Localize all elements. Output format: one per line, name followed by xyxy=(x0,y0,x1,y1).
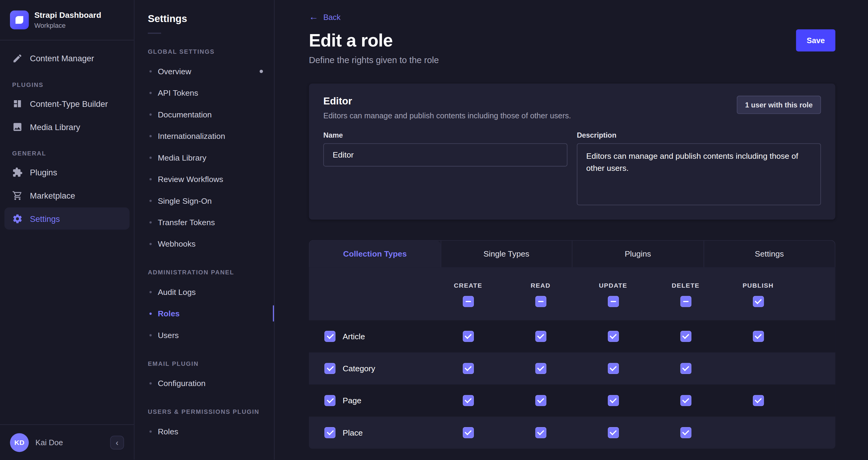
content-type-builder-icon xyxy=(12,98,23,109)
select-all-publish-checkbox[interactable] xyxy=(753,296,764,307)
page-update-checkbox[interactable] xyxy=(608,395,619,406)
place-read-checkbox[interactable] xyxy=(535,427,546,438)
sidebar-item-content-type-builder[interactable]: Content-Type Builder xyxy=(4,92,130,114)
select-all-read-checkbox[interactable] xyxy=(535,296,546,307)
perm-column-update: UPDATE xyxy=(577,282,649,307)
subnav-item-roles[interactable]: Roles xyxy=(134,421,274,442)
perm-column-label: READ xyxy=(531,282,551,289)
article-publish-checkbox[interactable] xyxy=(753,331,764,342)
sidebar-item-marketplace[interactable]: Marketplace xyxy=(4,184,130,206)
back-link[interactable]: ← Back xyxy=(309,12,341,22)
subnav-item-webhooks[interactable]: Webhooks xyxy=(134,233,274,255)
bullet-icon xyxy=(150,178,152,180)
place-create-checkbox[interactable] xyxy=(462,427,473,438)
divider xyxy=(148,33,161,34)
subnav-item-configuration[interactable]: Configuration xyxy=(134,372,274,394)
perm-column-read: READ xyxy=(504,282,577,307)
category-update-checkbox[interactable] xyxy=(608,363,619,374)
subnav-item-api-tokens[interactable]: API Tokens xyxy=(134,82,274,103)
sidebar-item-label: Plugins xyxy=(30,167,57,176)
content-type-label: Place xyxy=(343,428,363,437)
article-update-checkbox[interactable] xyxy=(608,331,619,342)
subnav-item-label: Review Workflows xyxy=(158,174,223,183)
category-delete-checkbox[interactable] xyxy=(680,363,691,374)
subnav-item-label: API Tokens xyxy=(158,88,198,97)
marketplace-icon xyxy=(12,190,23,201)
users-with-role-button[interactable]: 1 user with this role xyxy=(737,96,821,114)
workspace-switcher[interactable]: Strapi Dashboard Workplace xyxy=(0,0,134,40)
subnav-title: Settings xyxy=(148,13,261,25)
main-content: ← Back Edit a role Save Define the right… xyxy=(275,0,868,460)
page-delete-checkbox[interactable] xyxy=(680,395,691,406)
tab-settings[interactable]: Settings xyxy=(704,240,835,267)
row-place-checkbox[interactable] xyxy=(324,427,336,438)
perm-cell xyxy=(649,427,722,438)
sidebar-item-settings[interactable]: Settings xyxy=(4,207,130,229)
workspace-name: Workplace xyxy=(34,22,101,29)
chevron-left-icon: ‹ xyxy=(116,438,118,447)
role-form: Name Description Editors can manage and … xyxy=(323,131,821,205)
subnav-item-review-workflows[interactable]: Review Workflows xyxy=(134,168,274,190)
perm-cell xyxy=(432,363,504,374)
notification-dot-icon xyxy=(260,69,263,73)
subnav-item-transfer-tokens[interactable]: Transfer Tokens xyxy=(134,211,274,233)
select-all-delete-checkbox[interactable] xyxy=(680,296,691,307)
subnav-item-documentation[interactable]: Documentation xyxy=(134,103,274,125)
plugins-icon xyxy=(12,167,23,177)
place-delete-checkbox[interactable] xyxy=(680,427,691,438)
content-type-label: Article xyxy=(343,332,365,341)
content-manager-icon xyxy=(12,53,23,63)
article-create-checkbox[interactable] xyxy=(462,331,473,342)
subnav-item-internationalization[interactable]: Internationalization xyxy=(134,125,274,146)
subnav-item-overview[interactable]: Overview xyxy=(134,60,274,82)
subnav-header: Settings xyxy=(134,13,274,34)
page-title: Edit a role xyxy=(309,30,393,51)
select-all-create-checkbox[interactable] xyxy=(462,296,473,307)
role-description-input[interactable]: Editors can manage and publish contents … xyxy=(577,143,821,205)
category-create-checkbox[interactable] xyxy=(462,363,473,374)
select-all-update-checkbox[interactable] xyxy=(608,296,619,307)
perm-column-label: CREATE xyxy=(454,282,482,289)
bullet-icon xyxy=(150,135,152,137)
subnav-item-audit-logs[interactable]: Audit Logs xyxy=(134,281,274,302)
page-create-checkbox[interactable] xyxy=(462,395,473,406)
settings-subnav: Settings GLOBAL SETTINGSOverviewAPI Toke… xyxy=(134,0,275,460)
tab-single-types[interactable]: Single Types xyxy=(440,240,572,267)
subnav-item-label: Roles xyxy=(158,309,179,318)
row-category-checkbox[interactable] xyxy=(324,363,336,374)
collapse-sidebar-button[interactable]: ‹ xyxy=(110,435,124,450)
row-page-checkbox[interactable] xyxy=(324,395,336,406)
role-description-text: Editors can manage and publish contents … xyxy=(323,111,571,120)
subnav-item-users[interactable]: Users xyxy=(134,324,274,346)
subnav-item-single-sign-on[interactable]: Single Sign-On xyxy=(134,190,274,211)
sidebar-item-content-manager[interactable]: Content Manager xyxy=(4,47,130,69)
tab-collection-types[interactable]: Collection Types xyxy=(310,240,440,267)
tab-plugins[interactable]: Plugins xyxy=(572,240,703,267)
page-publish-checkbox[interactable] xyxy=(753,395,764,406)
page-read-checkbox[interactable] xyxy=(535,395,546,406)
perm-cell xyxy=(722,395,794,406)
sidebar-item-plugins[interactable]: Plugins xyxy=(4,161,130,183)
bullet-icon xyxy=(150,70,152,72)
row-article-checkbox[interactable] xyxy=(324,331,336,342)
role-details-card: Editor Editors can manage and publish co… xyxy=(309,84,835,220)
category-read-checkbox[interactable] xyxy=(535,363,546,374)
article-delete-checkbox[interactable] xyxy=(680,331,691,342)
sidebar-item-label: Settings xyxy=(30,214,60,223)
sidebar-item-label: Content-Type Builder xyxy=(30,99,108,108)
permissions-panel: CREATEREADUPDATEDELETEPUBLISH ArticleCat… xyxy=(309,267,835,449)
role-name-input[interactable] xyxy=(323,143,567,167)
sidebar-item-media-library[interactable]: Media Library xyxy=(4,116,130,138)
avatar[interactable]: KD xyxy=(10,433,29,452)
brand-text: Strapi Dashboard Workplace xyxy=(34,10,101,29)
perm-cell xyxy=(722,331,794,342)
perm-column-label: UPDATE xyxy=(599,282,627,289)
subnav-item-media-library[interactable]: Media Library xyxy=(134,147,274,168)
subnav-item-label: Users xyxy=(158,330,179,339)
subnav-item-roles[interactable]: Roles xyxy=(134,303,274,324)
perm-cell xyxy=(432,427,504,438)
save-button[interactable]: Save xyxy=(796,29,835,51)
perm-cell xyxy=(504,331,577,342)
article-read-checkbox[interactable] xyxy=(535,331,546,342)
place-update-checkbox[interactable] xyxy=(608,427,619,438)
